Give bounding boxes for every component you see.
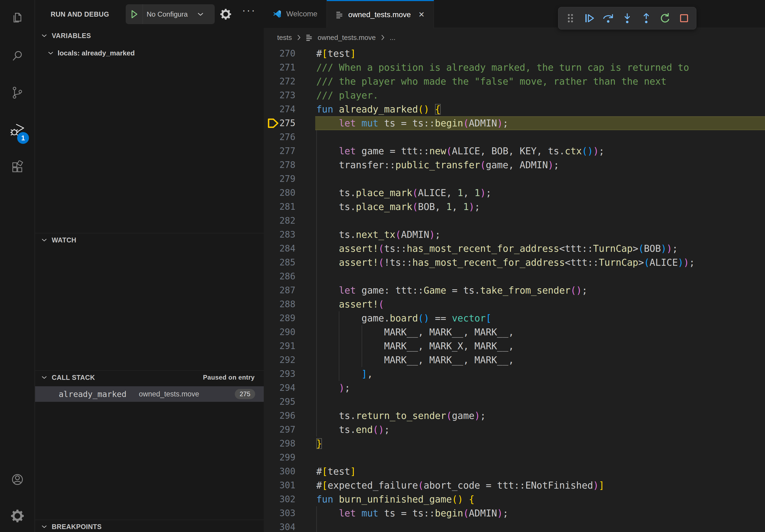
variables-section-header[interactable]: VARIABLES bbox=[35, 29, 264, 42]
step-over-button[interactable] bbox=[600, 10, 617, 27]
code-line[interactable]: 271/// When a position is already marked… bbox=[264, 61, 765, 75]
code-line[interactable]: 294 ); bbox=[264, 381, 765, 395]
line-number[interactable]: 293 bbox=[264, 367, 296, 381]
code-line[interactable]: 292 MARK__, MARK__, MARK__, bbox=[264, 353, 765, 367]
code-line[interactable]: 296 ts.return_to_sender(game); bbox=[264, 409, 765, 423]
call-stack-frame[interactable]: already_marked owned_tests.move 275 bbox=[35, 386, 264, 402]
line-number[interactable]: 289 bbox=[264, 311, 296, 325]
code-line[interactable]: 280 ts.place_mark(ALICE, 1, 1); bbox=[264, 186, 765, 200]
code-line[interactable]: 302fun burn_unfinished_game() { bbox=[264, 492, 765, 506]
activity-run-and-debug[interactable]: 1 bbox=[0, 113, 35, 147]
activity-account[interactable] bbox=[0, 462, 35, 497]
line-number[interactable]: 300 bbox=[264, 464, 296, 478]
line-number[interactable]: 302 bbox=[264, 492, 296, 506]
line-number[interactable]: 290 bbox=[264, 325, 296, 339]
variables-scope-locals[interactable]: locals: already_marked bbox=[35, 46, 264, 60]
activity-extensions[interactable] bbox=[0, 150, 35, 185]
line-number[interactable]: 291 bbox=[264, 339, 296, 353]
line-number[interactable]: 294 bbox=[264, 381, 296, 395]
breadcrumb-item-tests[interactable]: tests bbox=[277, 34, 292, 42]
close-icon[interactable]: ✕ bbox=[418, 10, 424, 19]
code-line[interactable]: 272/// the player who made the "false" m… bbox=[264, 75, 765, 89]
code-line[interactable]: 276 bbox=[264, 130, 765, 144]
breakpoints-section-header[interactable]: BREAKPOINTS bbox=[35, 520, 264, 532]
line-number[interactable]: 274 bbox=[264, 102, 296, 116]
line-number[interactable]: 279 bbox=[264, 172, 296, 186]
code-line[interactable]: 282 bbox=[264, 214, 765, 228]
line-number[interactable]: 288 bbox=[264, 297, 296, 311]
step-into-button[interactable] bbox=[619, 10, 636, 27]
line-number[interactable]: 284 bbox=[264, 242, 296, 256]
breadcrumb-item-file[interactable]: owned_tests.move bbox=[318, 34, 376, 42]
code-line[interactable]: 279 bbox=[264, 172, 765, 186]
code-line[interactable]: 287 let game: ttt::Game = ts.take_from_s… bbox=[264, 283, 765, 297]
breadcrumb-item-symbol[interactable]: ... bbox=[390, 34, 395, 42]
code-line[interactable]: 273/// player. bbox=[264, 89, 765, 102]
code-line[interactable]: 303 let mut ts = ts::begin(ADMIN); bbox=[264, 506, 765, 520]
code-line[interactable]: 274fun already_marked() { bbox=[264, 102, 765, 116]
code-line[interactable]: 291 MARK__, MARK_X, MARK__, bbox=[264, 339, 765, 353]
line-number[interactable]: 295 bbox=[264, 395, 296, 409]
code-line[interactable]: 281 ts.place_mark(BOB, 1, 1); bbox=[264, 200, 765, 214]
toolbar-drag-handle[interactable] bbox=[562, 10, 579, 27]
activity-search[interactable] bbox=[0, 39, 35, 73]
code-line[interactable]: 297 ts.end(); bbox=[264, 423, 765, 437]
code-line[interactable]: 299 bbox=[264, 450, 765, 464]
code-line[interactable]: 283 ts.next_tx(ADMIN); bbox=[264, 228, 765, 242]
line-number[interactable]: 301 bbox=[264, 478, 296, 492]
line-number[interactable]: 275 bbox=[264, 116, 296, 130]
code-line[interactable]: 285 assert!(!ts::has_most_recent_for_add… bbox=[264, 256, 765, 269]
code-line[interactable]: 275 let mut ts = ts::begin(ADMIN); bbox=[264, 116, 765, 130]
more-actions-icon[interactable]: ··· bbox=[242, 4, 256, 16]
line-number[interactable]: 304 bbox=[264, 520, 296, 532]
line-number[interactable]: 292 bbox=[264, 353, 296, 367]
code-line[interactable]: 298} bbox=[264, 437, 765, 450]
code-line[interactable]: 300#[test] bbox=[264, 464, 765, 478]
line-number[interactable]: 276 bbox=[264, 130, 296, 144]
code-line[interactable]: 286 bbox=[264, 269, 765, 283]
line-number[interactable]: 287 bbox=[264, 283, 296, 297]
code-line[interactable]: 288 assert!( bbox=[264, 297, 765, 311]
start-debug-icon[interactable] bbox=[126, 4, 143, 24]
line-number[interactable]: 282 bbox=[264, 214, 296, 228]
call-stack-section-header[interactable]: CALL STACK Paused on entry bbox=[35, 371, 264, 384]
line-number[interactable]: 281 bbox=[264, 200, 296, 214]
code-line[interactable]: 290 MARK__, MARK__, MARK__, bbox=[264, 325, 765, 339]
code-line[interactable]: 270#[test] bbox=[264, 47, 765, 61]
code-line[interactable]: 277 let game = ttt::new(ALICE, BOB, KEY,… bbox=[264, 144, 765, 158]
line-number[interactable]: 273 bbox=[264, 89, 296, 102]
code-line[interactable]: 278 transfer::public_transfer(game, ADMI… bbox=[264, 158, 765, 172]
code-line[interactable]: 295 bbox=[264, 395, 765, 409]
line-number[interactable]: 277 bbox=[264, 144, 296, 158]
step-out-button[interactable] bbox=[638, 10, 655, 27]
line-number[interactable]: 278 bbox=[264, 158, 296, 172]
activity-source-control[interactable] bbox=[0, 75, 35, 110]
line-number[interactable]: 272 bbox=[264, 75, 296, 89]
code-line[interactable]: 289 game.board() == vector[ bbox=[264, 311, 765, 325]
line-number[interactable]: 271 bbox=[264, 61, 296, 75]
line-number[interactable]: 270 bbox=[264, 47, 296, 61]
line-number[interactable]: 285 bbox=[264, 256, 296, 269]
activity-explorer[interactable] bbox=[0, 1, 35, 36]
line-number[interactable]: 297 bbox=[264, 423, 296, 437]
launch-config-dropdown[interactable]: No Configura bbox=[126, 4, 215, 24]
line-number[interactable]: 299 bbox=[264, 450, 296, 464]
tab-owned-tests-move[interactable]: owned_tests.move ✕ bbox=[327, 0, 434, 28]
line-number[interactable]: 280 bbox=[264, 186, 296, 200]
stop-button[interactable] bbox=[675, 10, 692, 27]
line-number[interactable]: 303 bbox=[264, 506, 296, 520]
code-line[interactable]: 284 assert!(ts::has_most_recent_for_addr… bbox=[264, 242, 765, 256]
line-number[interactable]: 286 bbox=[264, 269, 296, 283]
line-number[interactable]: 296 bbox=[264, 409, 296, 423]
activity-settings[interactable] bbox=[0, 498, 35, 532]
watch-section-header[interactable]: WATCH bbox=[35, 233, 264, 247]
line-number[interactable]: 283 bbox=[264, 228, 296, 242]
continue-button[interactable] bbox=[581, 10, 598, 27]
code-line[interactable]: 301#[expected_failure(abort_code = ttt::… bbox=[264, 478, 765, 492]
code-line[interactable]: 304 bbox=[264, 520, 765, 532]
code-area[interactable]: 270#[test]271/// When a position is alre… bbox=[264, 47, 765, 532]
code-line[interactable]: 293 ], bbox=[264, 367, 765, 381]
line-number[interactable]: 298 bbox=[264, 437, 296, 450]
debug-settings-gear-icon[interactable] bbox=[220, 8, 232, 20]
tab-welcome[interactable]: Welcome bbox=[264, 0, 327, 28]
